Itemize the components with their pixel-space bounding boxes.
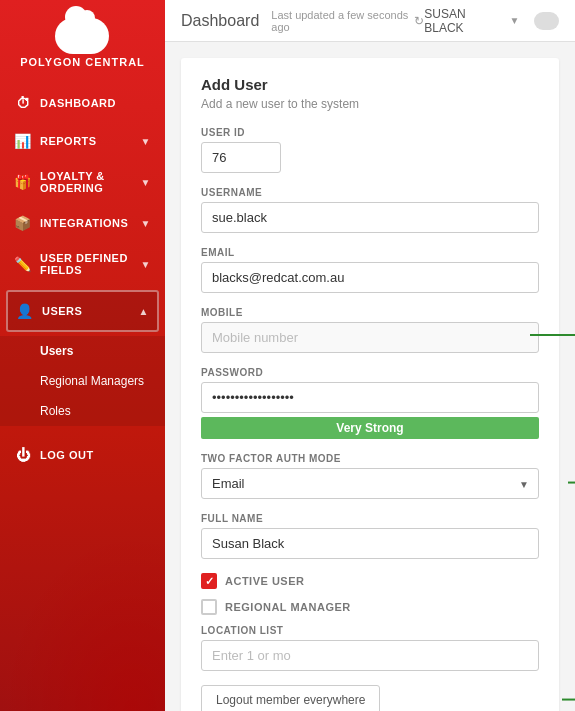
refresh-icon[interactable]: ↻ <box>414 14 424 28</box>
email-input[interactable] <box>201 262 539 293</box>
active-user-group: ACTIVE USER <box>201 573 539 589</box>
sidebar-logout-label: LOG OUT <box>40 449 94 461</box>
header: Dashboard Last updated a few seconds ago… <box>165 0 575 42</box>
two-factor-group: TWO FACTOR AUTH MODE Email SMS None <box>201 453 539 499</box>
username-label: USERNAME <box>201 187 539 198</box>
header-updated: Last updated a few seconds ago ↻ <box>271 9 424 33</box>
sidebar-item-label: INTEGRATIONS <box>40 217 128 229</box>
location-list-group: LOCATION LIST <box>201 625 539 671</box>
users-subnav: Users Regional Managers Roles <box>0 336 165 426</box>
annotation-arrow <box>562 695 575 705</box>
subnav-users[interactable]: Users <box>0 336 165 366</box>
chevron-icon: ▼ <box>141 218 151 229</box>
mobile-input[interactable] <box>201 322 539 353</box>
sidebar-item-dashboard[interactable]: ⏱ DASHBOARD <box>0 84 165 122</box>
fullname-group: FULL NAME <box>201 513 539 559</box>
sidebar-item-label: LOYALTY & ORDERING <box>40 170 141 194</box>
sidebar-logo: POLYGON CENTRAL <box>20 18 145 78</box>
chevron-icon: ▼ <box>141 177 151 188</box>
mobile-group: MOBILE enter a mobile number <box>201 307 539 353</box>
sidebar-item-integrations[interactable]: 📦 INTEGRATIONS ▼ <box>0 204 165 242</box>
clock-icon: ⏱ <box>14 94 32 112</box>
sidebar: POLYGON CENTRAL ⏱ DASHBOARD 📊 REPORTS ▼ … <box>0 0 165 711</box>
mobile-label: MOBILE <box>201 307 539 318</box>
active-user-label: ACTIVE USER <box>225 575 304 587</box>
gift-icon: 🎁 <box>14 173 32 191</box>
user-id-group: USER ID <box>201 127 539 173</box>
chevron-icon: ▼ <box>141 259 151 270</box>
sidebar-brand: POLYGON CENTRAL <box>20 56 145 68</box>
password-strength-bar: Very Strong <box>201 417 539 439</box>
sidebar-item-user-defined[interactable]: ✏️ USER DEFINED FIELDS ▼ <box>0 242 165 286</box>
header-title: Dashboard <box>181 12 259 30</box>
logout-wrapper: Logout member everywhere use to invalida… <box>201 685 539 711</box>
arrow-line <box>568 482 575 484</box>
sidebar-item-label: USERS <box>42 305 82 317</box>
sidebar-nav: ⏱ DASHBOARD 📊 REPORTS ▼ 🎁 LOYALTY & ORDE… <box>0 84 165 474</box>
password-input[interactable] <box>201 382 539 413</box>
username-group: USERNAME <box>201 187 539 233</box>
location-list-label: LOCATION LIST <box>201 625 539 636</box>
sidebar-item-label: DASHBOARD <box>40 97 116 109</box>
add-user-card: Add User Add a new user to the system US… <box>181 58 559 711</box>
sidebar-item-users[interactable]: 👤 USERS ▲ <box>6 290 159 332</box>
user-id-label: USER ID <box>201 127 539 138</box>
sidebar-item-loyalty[interactable]: 🎁 LOYALTY & ORDERING ▼ <box>0 160 165 204</box>
chevron-icon: ▲ <box>139 306 149 317</box>
subnav-regional-managers[interactable]: Regional Managers <box>0 366 165 396</box>
chart-icon: 📊 <box>14 132 32 150</box>
user-id-input[interactable] <box>201 142 281 173</box>
logout-annotation: use to invalidatetoken and forcelogin <box>562 679 575 711</box>
fullname-label: FULL NAME <box>201 513 539 524</box>
box-icon: 📦 <box>14 214 32 232</box>
chevron-icon: ▼ <box>141 136 151 147</box>
header-right: SUSAN BLACK ▼ <box>424 7 559 35</box>
username-input[interactable] <box>201 202 539 233</box>
two-factor-select[interactable]: Email SMS None <box>201 468 539 499</box>
location-list-input[interactable] <box>201 640 539 671</box>
user-name[interactable]: SUSAN BLACK <box>424 7 495 35</box>
fullname-input[interactable] <box>201 528 539 559</box>
email-label: EMAIL <box>201 247 539 258</box>
sidebar-item-reports[interactable]: 📊 REPORTS ▼ <box>0 122 165 160</box>
regional-manager-group: REGIONAL MANAGER <box>201 599 539 615</box>
theme-toggle[interactable] <box>534 12 559 30</box>
annotation-arrow <box>568 478 575 488</box>
two-factor-label: TWO FACTOR AUTH MODE <box>201 453 539 464</box>
main-content: Dashboard Last updated a few seconds ago… <box>165 0 575 711</box>
person-icon: 👤 <box>16 302 34 320</box>
active-user-checkbox[interactable] <box>201 573 217 589</box>
password-group: PASSWORD Very Strong <box>201 367 539 439</box>
two-factor-select-wrapper: Email SMS None <box>201 468 539 499</box>
logout-icon: ⏻ <box>14 446 32 464</box>
arrow-line <box>562 699 575 701</box>
user-dropdown-icon[interactable]: ▼ <box>510 15 520 26</box>
sidebar-item-label: REPORTS <box>40 135 97 147</box>
card-title: Add User <box>201 76 539 93</box>
strength-label: Very Strong <box>336 421 403 435</box>
auth-mode-annotation: choose anauthenticationmode <box>568 461 575 504</box>
cloud-icon <box>55 18 109 54</box>
sidebar-item-logout[interactable]: ⏻ LOG OUT <box>0 436 165 474</box>
pen-icon: ✏️ <box>14 255 32 273</box>
password-label: PASSWORD <box>201 367 539 378</box>
card-subtitle: Add a new user to the system <box>201 97 539 111</box>
regional-manager-label: REGIONAL MANAGER <box>225 601 351 613</box>
content-area: Add User Add a new user to the system US… <box>165 42 575 711</box>
email-group: EMAIL <box>201 247 539 293</box>
logout-button[interactable]: Logout member everywhere <box>201 685 380 711</box>
sidebar-item-label: USER DEFINED FIELDS <box>40 252 141 276</box>
subnav-roles[interactable]: Roles <box>0 396 165 426</box>
regional-manager-checkbox[interactable] <box>201 599 217 615</box>
